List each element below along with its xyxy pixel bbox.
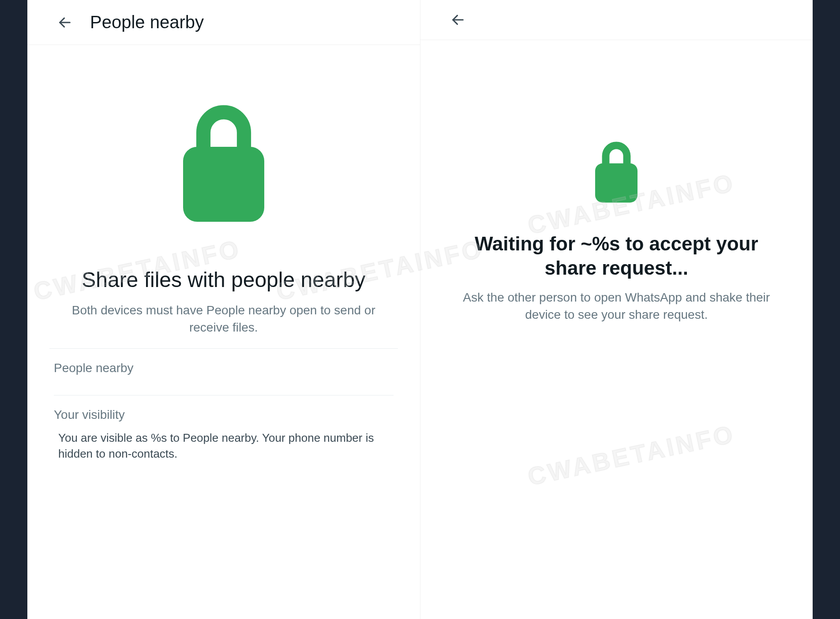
svg-rect-1 (183, 147, 264, 222)
divider (54, 395, 394, 395)
divider (49, 348, 398, 349)
subtext-ask-other: Ask the other person to open WhatsApp an… (442, 289, 791, 323)
arrow-left-icon (450, 12, 465, 27)
arrow-left-icon (57, 15, 72, 30)
header-right (420, 0, 813, 40)
section-title-visibility: Your visibility (54, 408, 394, 422)
page-title-left: People nearby (90, 12, 204, 32)
subtext-both-devices: Both devices must have People nearby ope… (49, 302, 398, 336)
section-title-people: People nearby (54, 361, 394, 375)
header-left: People nearby (27, 0, 420, 45)
panel-people-nearby: People nearby Share files with people ne… (27, 0, 420, 619)
svg-rect-3 (595, 164, 638, 203)
heading-waiting: Waiting for ~%s to accept your share req… (442, 231, 791, 280)
heading-share-files: Share files with people nearby (82, 267, 365, 293)
section-people-nearby: People nearby Your visibility You are vi… (49, 361, 398, 462)
back-button-left[interactable] (57, 15, 72, 30)
panel-waiting: Waiting for ~%s to accept your share req… (420, 0, 813, 619)
lock-icon-small (590, 137, 643, 209)
back-button-right[interactable] (450, 12, 465, 27)
lock-icon-large (173, 98, 274, 232)
visibility-detail-text: You are visible as %s to People nearby. … (54, 430, 394, 462)
